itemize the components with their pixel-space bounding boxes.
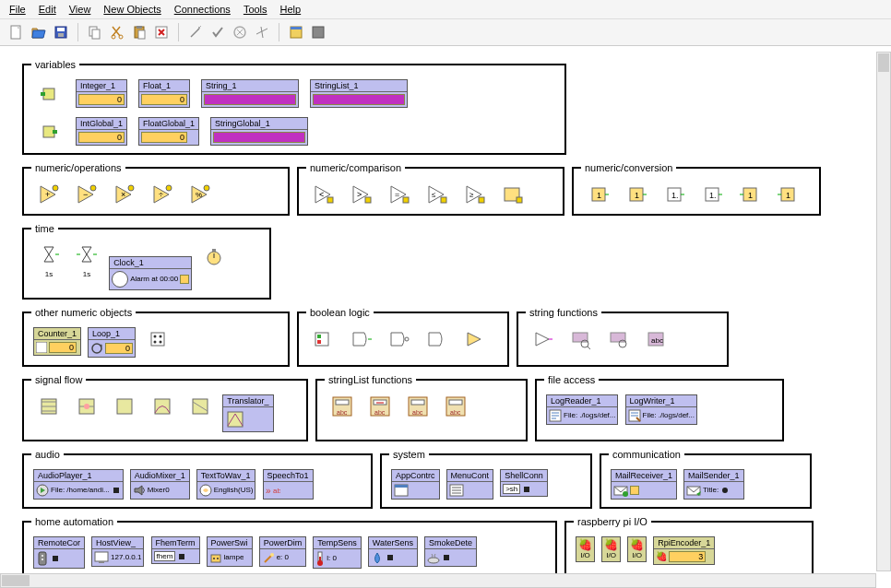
rpi-io-3[interactable]: 🍓I/O: [627, 536, 647, 562]
timer-1s-icon[interactable]: [37, 243, 61, 267]
conv-6-icon[interactable]: 1: [776, 182, 800, 206]
menu-new-objects[interactable]: New Objects: [98, 2, 166, 17]
stop-icon[interactable]: [231, 23, 249, 41]
bool-buf-icon[interactable]: [463, 327, 487, 351]
conv-1-icon[interactable]: 1: [587, 182, 611, 206]
node-shellconn[interactable]: ShellConn>sh: [500, 469, 548, 497]
node-remote[interactable]: RemoteCor: [33, 536, 85, 569]
bool-xor-icon[interactable]: [425, 327, 449, 351]
menu-tools[interactable]: Tools: [238, 2, 273, 17]
str-find-icon[interactable]: [569, 327, 593, 351]
conv-3-icon[interactable]: 1.: [662, 182, 686, 206]
node-audiomixer[interactable]: AudioMixer_1Mixer0: [130, 469, 190, 500]
node-speechto[interactable]: SpeechTo1»ab: [263, 469, 314, 500]
node-clock[interactable]: Clock_1Alarm at 00:00: [109, 256, 192, 290]
sf-2-icon[interactable]: [75, 394, 99, 418]
rpi-io-1[interactable]: 🍓I/O: [576, 536, 595, 562]
sl-1-icon[interactable]: abc: [330, 394, 354, 418]
node-tempsens[interactable]: TempSensl: 0: [313, 536, 362, 569]
node-loop[interactable]: Loop_10: [88, 327, 136, 358]
sl-2-icon[interactable]: abc: [368, 394, 392, 418]
rpi-io-2[interactable]: 🍓I/O: [601, 536, 621, 562]
cut-lines-icon[interactable]: [253, 23, 271, 41]
cut-icon[interactable]: [108, 23, 126, 41]
grey-box-icon[interactable]: [309, 23, 327, 41]
op-sub-icon[interactable]: −: [75, 182, 99, 206]
bool-and-icon[interactable]: [312, 327, 336, 351]
node-string[interactable]: String_1: [201, 79, 299, 108]
str-len-icon[interactable]: abc: [645, 327, 669, 351]
sf-1-icon[interactable]: [37, 394, 61, 418]
conv-4-icon[interactable]: 1.: [700, 182, 724, 206]
sf-4-icon[interactable]: [150, 394, 174, 418]
menu-view[interactable]: View: [64, 2, 97, 17]
cmp-eq-icon[interactable]: =: [387, 182, 411, 206]
op-mod-icon[interactable]: %: [188, 182, 212, 206]
copy-icon[interactable]: [86, 23, 104, 41]
node-hostview[interactable]: HostView_127.0.0.1: [91, 536, 144, 567]
op-mul-icon[interactable]: ×: [113, 182, 137, 206]
new-file-icon[interactable]: [7, 23, 26, 41]
delete-icon[interactable]: [152, 23, 171, 41]
node-smokedet[interactable]: SmokeDete: [424, 536, 477, 567]
cmp-lt-icon[interactable]: <: [312, 182, 336, 206]
op-add-icon[interactable]: +: [37, 182, 61, 206]
window-icon[interactable]: [287, 23, 305, 41]
node-audioplayer[interactable]: AudioPlayer_1File: /home/andi...: [33, 469, 124, 500]
paste-icon[interactable]: [130, 23, 148, 41]
check-icon[interactable]: [208, 23, 227, 41]
var-in-icon[interactable]: [37, 82, 61, 106]
sf-5-icon[interactable]: [188, 394, 212, 418]
str-replace-icon[interactable]: [607, 327, 631, 351]
node-logwriter[interactable]: LogWriter_1File: ./logs/def...: [625, 394, 697, 425]
dice-icon[interactable]: [146, 327, 170, 351]
node-intglobal[interactable]: IntGlobal_10: [76, 117, 127, 146]
open-file-icon[interactable]: [30, 23, 48, 41]
node-mailsender[interactable]: MailSender_1Title:: [683, 469, 744, 500]
menu-help[interactable]: Help: [275, 2, 307, 17]
node-floatglobal[interactable]: FloatGlobal_10: [138, 117, 199, 146]
var-out-icon[interactable]: [37, 120, 61, 144]
cmp-range-icon[interactable]: [501, 182, 525, 206]
cmp-gt-icon[interactable]: >: [350, 182, 374, 206]
node-translator[interactable]: Translator_: [222, 394, 273, 432]
node-stringglobal[interactable]: StringGlobal_1: [210, 117, 308, 146]
node-fhemterm[interactable]: FhemTermfhem: [151, 536, 200, 564]
save-file-icon[interactable]: [52, 23, 70, 41]
sl-4-icon[interactable]: abc: [444, 394, 468, 418]
group-numeric-conversion: numeric/conversion 1 1 1. 1. 1 1: [572, 162, 821, 216]
node-stringlist[interactable]: StringList_1: [310, 79, 408, 108]
scrollbar-horizontal[interactable]: [0, 573, 876, 588]
conv-2-icon[interactable]: 1: [624, 182, 648, 206]
node-powerswitch[interactable]: PowerSwilampe: [207, 536, 253, 567]
cmp-ge-icon[interactable]: ≥: [463, 182, 487, 206]
node-logreader[interactable]: LogReader_1File: ./logs/def...: [546, 394, 618, 425]
canvas[interactable]: variables Integer_10 Float_10 String_1 S…: [0, 46, 891, 588]
menu-file[interactable]: File: [4, 2, 31, 17]
bool-not-icon[interactable]: [387, 327, 411, 351]
node-mailreceiver[interactable]: MailReceiver_1: [611, 469, 677, 500]
node-powerdim[interactable]: PowerDime: 0: [259, 536, 307, 567]
node-rpiencoder[interactable]: RpiEncoder_1🍓3: [653, 536, 715, 565]
cmp-le-icon[interactable]: ≤: [425, 182, 449, 206]
node-menucontrol[interactable]: MenuCont: [446, 469, 494, 500]
scrollbar-vertical[interactable]: [876, 52, 891, 571]
node-float[interactable]: Float_10: [138, 79, 190, 108]
str-tri-icon[interactable]: [531, 327, 555, 351]
menu-connections[interactable]: Connections: [169, 2, 236, 17]
bool-or-icon[interactable]: [350, 327, 374, 351]
svg-rect-33: [365, 197, 371, 203]
op-div-icon[interactable]: ÷: [150, 182, 174, 206]
wand-icon[interactable]: [186, 23, 205, 41]
node-integer[interactable]: Integer_10: [76, 79, 127, 108]
node-appcontrol[interactable]: AppContrc: [391, 469, 440, 500]
timer-1s-2-icon[interactable]: [75, 243, 99, 267]
node-watersens[interactable]: WaterSens: [368, 536, 418, 567]
node-counter[interactable]: Counter_10: [33, 327, 81, 356]
sf-3-icon[interactable]: [113, 394, 137, 418]
menu-edit[interactable]: Edit: [33, 2, 62, 17]
sl-3-icon[interactable]: abc: [406, 394, 430, 418]
stopwatch-icon[interactable]: [202, 244, 226, 268]
node-texttowav[interactable]: TextToWav_1English(US): [196, 469, 256, 500]
conv-5-icon[interactable]: 1: [738, 182, 762, 206]
